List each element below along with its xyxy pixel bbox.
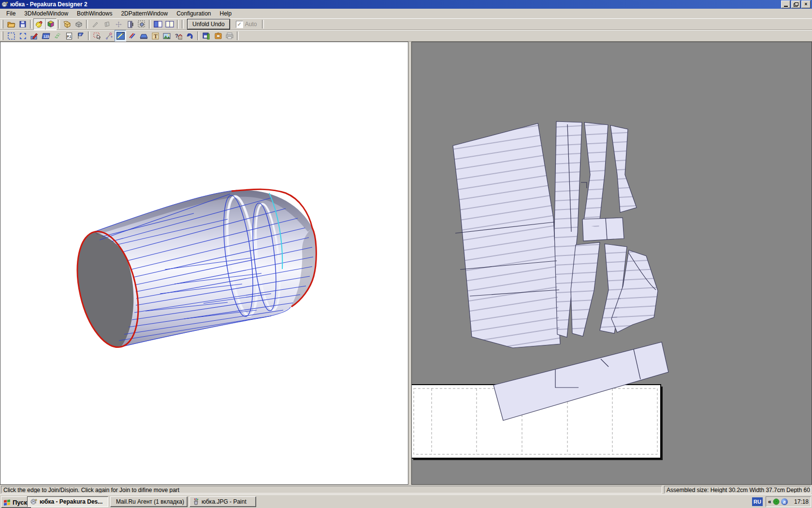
task-mailru-agent[interactable]: Mail.Ru Агент (1 вкладка)	[110, 496, 188, 507]
toolbar-separator	[237, 31, 239, 40]
3d-model-canvas	[0, 42, 408, 484]
pepakura-task-icon	[30, 498, 37, 505]
svg-text:F: F	[79, 33, 81, 36]
pin-part-button[interactable]	[103, 30, 115, 42]
flatten-trapezoid-icon	[140, 33, 148, 39]
gray-box-view-button[interactable]	[73, 18, 85, 30]
paint-cup-icon	[193, 498, 199, 505]
title-bar: юбка - Pepakura Designer 2 ×	[0, 0, 812, 9]
taskbar: Пуск юбка - Pepakura Des... Mail.Ru Аген…	[0, 494, 812, 508]
pepakura-window: юбка - Pepakura Designer 2 × File 3DMode…	[0, 0, 812, 508]
help-mode-button[interactable]: ?	[173, 30, 184, 42]
2d-pattern-pane[interactable]	[411, 42, 812, 485]
menu-2dpatternwindow[interactable]: 2DPatternWindow	[116, 9, 172, 18]
pen-tool-button-disabled[interactable]	[89, 18, 101, 30]
select-part-button[interactable]	[91, 30, 103, 42]
save-file-button[interactable]	[17, 18, 29, 30]
window-title: юбка - Pepakura Designer 2	[10, 1, 87, 8]
unfold-undo-button[interactable]: Unfold Undo	[187, 19, 230, 30]
3d-model-pane[interactable]	[0, 42, 408, 485]
menu-help[interactable]: Help	[216, 9, 236, 18]
menu-configuration[interactable]: Configuration	[172, 9, 215, 18]
frame-settings-button[interactable]	[212, 30, 224, 42]
move-arrows-icon	[115, 21, 122, 28]
toolbar-separator	[177, 20, 179, 29]
restore-icon	[794, 2, 798, 6]
arrange-parts-button[interactable]	[17, 30, 29, 42]
open-file-button[interactable]	[5, 18, 17, 30]
toolbar-grip[interactable]	[1, 20, 3, 29]
solid-view-toggle[interactable]	[45, 18, 57, 30]
main-area	[0, 42, 812, 485]
tray-target-icon[interactable]	[773, 498, 780, 505]
undo-button[interactable]	[184, 30, 196, 42]
insert-text-button[interactable]: T	[149, 30, 161, 42]
open-box-view-button[interactable]	[61, 18, 73, 30]
show-fold-lines-button[interactable]	[52, 30, 63, 42]
move-part-button-disabled[interactable]	[113, 18, 124, 30]
prism-tool-button-disabled[interactable]	[101, 18, 113, 30]
tray-collapse-chevron[interactable]: «	[768, 498, 771, 505]
close-icon: ×	[805, 2, 808, 7]
auto-unfold-checkbox[interactable]: ✓ Auto	[236, 21, 257, 28]
pin-icon	[105, 32, 113, 40]
help-house-icon: ?	[174, 32, 182, 40]
rotate-part-button[interactable]	[136, 18, 147, 30]
both-windows-button[interactable]	[152, 18, 164, 30]
flip-icon	[127, 21, 133, 28]
print-button[interactable]	[224, 30, 235, 42]
edge-color-button[interactable]	[126, 30, 138, 42]
cursor-select-icon	[93, 32, 101, 40]
checkbox-check-icon: ✓	[236, 21, 243, 28]
menu-file[interactable]: File	[2, 9, 20, 18]
show-edge-id-button[interactable]: 123	[40, 30, 52, 42]
printer-icon	[226, 32, 233, 39]
start-button[interactable]: Пуск	[1, 496, 31, 508]
svg-text:123: 123	[44, 34, 49, 38]
tray-clock[interactable]: 17:18	[794, 498, 809, 505]
windows-logo-icon	[3, 499, 11, 506]
status-assembled-size: Assembled size: Height 30.2cm Width 37.7…	[664, 486, 811, 493]
task-paint[interactable]: юбка.JPG - Paint	[189, 496, 256, 507]
status-hint: Click the edge to Join/Disjoin. Click ag…	[1, 486, 662, 493]
box-3d-icon	[63, 21, 71, 28]
toolbar-separator	[182, 20, 184, 29]
toolbar-separator	[86, 20, 88, 29]
close-button[interactable]: ×	[801, 0, 811, 8]
edit-mark-button[interactable]	[29, 30, 40, 42]
save-icon	[19, 21, 26, 28]
menu-3dmodelwindow[interactable]: 3DModelWindow	[20, 9, 72, 18]
app-icon	[1, 1, 8, 8]
select-region-button[interactable]	[5, 30, 17, 42]
show-page-number-button[interactable]: P.1	[63, 30, 75, 42]
task-label: юбка - Pepakura Des...	[40, 498, 102, 505]
restore-button[interactable]	[791, 0, 800, 8]
minimize-button[interactable]	[781, 0, 790, 8]
flip-part-button[interactable]	[124, 18, 136, 30]
menu-bothwindows[interactable]: BothWindows	[72, 9, 116, 18]
insert-image-button[interactable]	[161, 30, 173, 42]
show-flaps-button[interactable]: F	[75, 30, 87, 42]
arrange-corners-icon	[19, 32, 27, 40]
join-edge-zipper-icon	[116, 32, 125, 40]
flatten-button[interactable]	[138, 30, 149, 42]
2d-pattern-canvas	[412, 42, 812, 484]
pen-icon	[92, 21, 99, 28]
toolbar-main: Unfold Undo ✓ Auto	[0, 18, 812, 30]
red-pen-icon	[30, 32, 38, 40]
task-label: юбка.JPG - Paint	[202, 498, 246, 505]
tray-agent-icon[interactable]: a	[781, 498, 788, 505]
status-bar: Click the edge to Join/Disjoin. Click ag…	[0, 485, 812, 494]
toolbar-grip[interactable]	[1, 31, 3, 40]
language-indicator[interactable]: RU	[752, 497, 763, 506]
box-gray-icon	[75, 21, 83, 28]
join-edge-button[interactable]	[115, 30, 126, 42]
task-pepakura[interactable]: юбка - Pepakura Des...	[27, 496, 108, 507]
export-pattern-button[interactable]	[201, 30, 212, 42]
pattern-window-button[interactable]	[164, 18, 175, 30]
rotate-icon	[138, 20, 145, 28]
undo-arrow-icon	[186, 32, 194, 40]
texture-view-toggle[interactable]	[33, 18, 45, 30]
image-icon	[163, 33, 171, 39]
auto-label: Auto	[245, 21, 257, 28]
